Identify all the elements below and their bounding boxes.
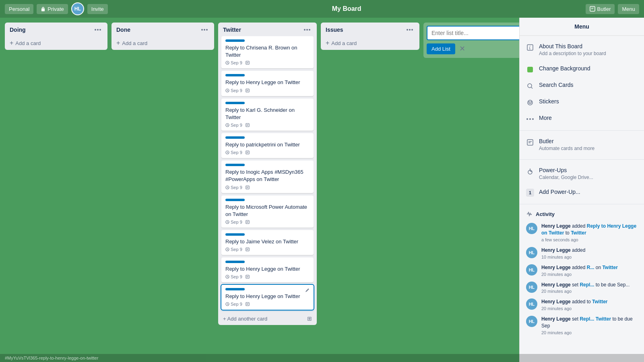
- search-icon: [526, 82, 534, 90]
- card-date: Sep 9: [225, 88, 242, 93]
- svg-rect-11: [246, 186, 249, 189]
- background-title: Change Background: [539, 65, 638, 72]
- list-menu-doing[interactable]: [93, 28, 103, 31]
- board-title: My Board: [332, 5, 361, 12]
- card-twitter-6[interactable]: Reply to Jaime Velez on Twitter Sep 9: [221, 230, 314, 255]
- invite-button[interactable]: Invite: [87, 4, 108, 14]
- menu-button[interactable]: Menu: [618, 4, 639, 14]
- svg-rect-15: [246, 248, 249, 251]
- description-icon: [246, 123, 250, 127]
- description-icon: [246, 88, 250, 93]
- card-twitter-2[interactable]: Reply to Karl G. Schneider on Twitter Se…: [221, 99, 314, 131]
- stickers-icon: [526, 99, 534, 107]
- svg-rect-20: [527, 45, 533, 50]
- activity-icon: [526, 211, 533, 217]
- card-date: Sep 9: [225, 274, 242, 279]
- card-label: [225, 39, 245, 42]
- card-date: Sep 9: [225, 123, 242, 128]
- close-icon: ✕: [459, 44, 465, 53]
- card-edit-button[interactable]: [304, 287, 311, 293]
- archive-icon: ⊞: [307, 315, 312, 322]
- menu-item-powerups[interactable]: Power-Ups Calendar, Google Drive...: [520, 163, 644, 185]
- personal-button[interactable]: Personal: [5, 4, 33, 14]
- card-twitter-7[interactable]: Reply to Henry Legge on Twitter Sep 9: [221, 257, 314, 282]
- card-date: Sep 9: [225, 302, 242, 306]
- dots-icon-done: [201, 29, 208, 31]
- menu-item-stickers[interactable]: Stickers: [520, 94, 644, 111]
- list-menu-done[interactable]: [200, 28, 209, 31]
- list-menu-issues[interactable]: [405, 28, 415, 31]
- svg-rect-19: [246, 302, 249, 306]
- card-title: Reply to Chrisena R. Brown on Twitter: [225, 44, 310, 59]
- card-twitter-4[interactable]: Reply to Inogic Apps #MSDyn365 #PowerApp…: [221, 160, 314, 193]
- list-title-done: Done: [116, 27, 200, 33]
- lock-icon: [41, 6, 45, 11]
- butler-button[interactable]: Butler: [586, 4, 615, 14]
- add-card-issues[interactable]: + Add a card: [321, 36, 419, 50]
- private-button[interactable]: Private: [37, 4, 68, 14]
- menu-item-background[interactable]: Change Background: [520, 61, 644, 78]
- card-meta: Sep 9: [225, 150, 310, 155]
- list-issues: Issues + Add a card: [321, 23, 419, 50]
- user-avatar[interactable]: HL: [71, 2, 84, 15]
- plus-icon-done: +: [116, 39, 120, 47]
- list-title-input[interactable]: [427, 26, 530, 40]
- status-url: #MyYuVsTVl365-reply-to-henry-legge-on-tw…: [5, 356, 98, 360]
- add-card-doing[interactable]: + Add a card: [5, 36, 107, 50]
- card-twitter-3[interactable]: Reply to patrickpetrini on Twitter Sep 9: [221, 133, 314, 158]
- card-twitter-0[interactable]: Reply to Chrisena R. Brown on Twitter Se…: [221, 36, 314, 68]
- plus-icon: +: [10, 39, 13, 47]
- card-label: [225, 74, 245, 76]
- activity-content-4: Henry Legge added to Twitter 20 minutes …: [541, 298, 638, 311]
- add-another-card-twitter[interactable]: + Add another card ⊞: [218, 312, 317, 325]
- menu-item-butler[interactable]: Butler Automate cards and more: [520, 134, 644, 156]
- topbar-center: My Board: [111, 5, 582, 12]
- menu-item-add-powerup[interactable]: 1 Add Power-Up...: [520, 185, 644, 201]
- activity-time-1: 10 minutes ago: [541, 255, 638, 259]
- clock-icon: [225, 302, 229, 306]
- add-powerup-title: Add Power-Up...: [539, 189, 638, 195]
- menu-item-more[interactable]: More: [520, 111, 644, 127]
- cancel-list-button[interactable]: ✕: [458, 43, 467, 55]
- list-menu-twitter[interactable]: [302, 28, 312, 31]
- about-title: About This Board: [539, 43, 638, 49]
- card-date: Sep 9: [225, 185, 242, 190]
- menu-item-search[interactable]: Search Cards: [520, 78, 644, 94]
- list-header-done: Done: [111, 23, 214, 36]
- svg-rect-25: [527, 140, 533, 145]
- card-twitter-8[interactable]: Reply to Henry Legge on Twitter Sep 9: [221, 285, 314, 310]
- about-icon: [526, 43, 534, 51]
- card-meta: Sep 9: [225, 220, 310, 224]
- svg-rect-5: [246, 89, 249, 92]
- topbar-left: Personal Private HL Invite: [5, 2, 108, 15]
- card-desc-icon: [246, 88, 250, 93]
- clock-icon: [225, 185, 229, 189]
- card-twitter-1[interactable]: Reply to Henry Legge on Twitter Sep 9: [221, 71, 314, 96]
- butler-menu-subtitle: Automate cards and more: [539, 145, 638, 152]
- activity-item-2: HL Henry Legge added R... on Twitter 20 …: [526, 262, 638, 279]
- add-list-button[interactable]: Add List: [427, 43, 455, 54]
- about-content: About This Board Add a description to yo…: [539, 43, 638, 57]
- card-title: Reply to Karl G. Schneider on Twitter: [225, 107, 310, 121]
- add-list-area: Add List ✕: [423, 23, 533, 58]
- activity-item-4: HL Henry Legge added to Twitter 20 minut…: [526, 296, 638, 313]
- svg-rect-9: [246, 151, 249, 154]
- activity-avatar-5: HL: [526, 316, 537, 327]
- svg-rect-17: [246, 275, 249, 278]
- add-card-done[interactable]: + Add a card: [111, 36, 214, 50]
- card-desc-icon: [246, 150, 250, 154]
- add-list-actions: Add List ✕: [427, 43, 530, 55]
- description-icon: [246, 61, 250, 65]
- card-desc-icon: [246, 185, 250, 189]
- activity-text-5: Henry Legge set Repl... Twitter to be du…: [541, 316, 638, 329]
- card-label: [225, 136, 245, 139]
- card-twitter-5[interactable]: Reply to Microsoft Power Automate on Twi…: [221, 195, 314, 228]
- powerups-title: Power-Ups: [539, 167, 638, 173]
- list-done: Done + Add a card: [111, 23, 214, 50]
- svg-rect-3: [246, 61, 249, 64]
- menu-section-powerups: Power-Ups Calendar, Google Drive... 1 Ad…: [520, 160, 644, 205]
- card-label: [225, 164, 245, 166]
- activity-content-1: Henry Legge added 10 minutes ago: [541, 247, 638, 259]
- menu-item-about[interactable]: About This Board Add a description to yo…: [520, 39, 644, 61]
- card-label: [225, 288, 245, 290]
